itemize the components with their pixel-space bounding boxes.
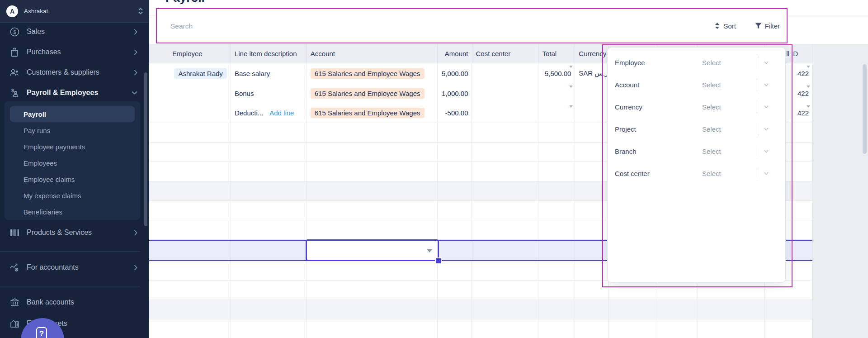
sidebar-subitem-beneficiaries[interactable]: Beneficiaries: [10, 204, 135, 220]
user-name: Ashrakat: [24, 8, 138, 14]
chevron-down-icon[interactable]: [763, 148, 769, 154]
fill-handle[interactable]: [435, 257, 442, 264]
sidebar-divider: [0, 251, 140, 252]
chevron-down-icon[interactable]: [763, 104, 769, 110]
filter-select[interactable]: Select: [702, 170, 721, 177]
employee-cell[interactable]: Ashrakat Rady: [149, 63, 231, 83]
account-switcher-chevrons-icon[interactable]: [138, 8, 143, 14]
account-cell[interactable]: 615 Salaries and Employee Wages: [307, 83, 438, 103]
amount-cell[interactable]: 1,000.00: [438, 83, 472, 103]
chevron-down-icon[interactable]: [763, 59, 769, 66]
description-cell[interactable]: Bonus: [231, 83, 307, 103]
chevron-down-icon[interactable]: [763, 170, 769, 176]
description-cell[interactable]: Base salary: [231, 63, 307, 83]
filter-select[interactable]: Select: [702, 125, 721, 133]
sidebar-item-label: Customers & suppliers: [27, 68, 99, 76]
add-line-link[interactable]: Add line: [269, 109, 294, 117]
column-header-line-item-description[interactable]: Line item description: [231, 44, 307, 63]
filter-row-employee: Employee Select: [608, 52, 785, 74]
description-cell[interactable]: Deducti...Add line: [231, 103, 307, 123]
sidebar-item-payroll-employees[interactable]: $ Payroll & Employees: [0, 84, 149, 102]
sort-icon: [714, 23, 720, 29]
building-icon: [9, 318, 20, 329]
dropdown-caret-icon[interactable]: [427, 249, 432, 252]
sidebar-item-fixed-assets[interactable]: Fixed assets: [0, 314, 149, 333]
cell-dropdown-caret[interactable]: [807, 66, 810, 68]
column-header-currency[interactable]: Currency: [575, 44, 609, 63]
account-chip[interactable]: 615 Salaries and Employee Wages: [311, 88, 425, 99]
cell-dropdown-caret[interactable]: [569, 66, 573, 68]
cost-center-cell[interactable]: [472, 63, 538, 83]
filter-panel: Employee Select Account Select Currency …: [607, 47, 786, 283]
sidebar-subitem-payroll[interactable]: Payroll: [10, 106, 135, 122]
divider: [757, 145, 757, 157]
column-header-total[interactable]: Total: [538, 44, 575, 63]
cell-dropdown-caret[interactable]: [807, 105, 810, 108]
sidebar-item-sales[interactable]: $ Sales: [0, 23, 149, 41]
filter-select[interactable]: Select: [702, 59, 721, 67]
employee-chip[interactable]: Ashrakat Rady: [174, 68, 226, 79]
cell-dropdown-caret[interactable]: [807, 86, 810, 88]
shopping-bag-icon: [9, 47, 20, 57]
chart-gear-icon: [9, 262, 20, 273]
amount-cell[interactable]: 5,000.00: [438, 63, 472, 83]
filter-select[interactable]: Select: [702, 103, 721, 111]
sidebar-subitem-employees[interactable]: Employees: [10, 155, 135, 171]
account-cell[interactable]: 615 Salaries and Employee Wages: [307, 63, 438, 83]
cell-dropdown-caret[interactable]: [569, 105, 573, 108]
avatar: A: [6, 5, 18, 17]
svg-text:$: $: [11, 88, 14, 93]
sidebar-item-bank-accounts[interactable]: Bank accounts: [0, 293, 149, 311]
payroll-submenu: Payroll Pay runs Employee payments Emplo…: [5, 101, 140, 220]
currency-cell[interactable]: SAR ر.س: [575, 63, 609, 83]
sidebar-item-customers-suppliers[interactable]: Customers & suppliers: [0, 63, 149, 81]
sidebar-item-products-services[interactable]: Products & Services: [0, 224, 149, 242]
sidebar-item-purchases[interactable]: Purchases: [0, 43, 149, 61]
sidebar: A Ashrakat $ Sales Purchases: [0, 0, 149, 338]
sort-button[interactable]: Sort: [714, 9, 736, 43]
filter-label: Project: [615, 125, 636, 133]
sidebar-subitem-employee-payments[interactable]: Employee payments: [10, 138, 135, 155]
account-chip[interactable]: 615 Salaries and Employee Wages: [311, 68, 425, 79]
sidebar-subitem-employee-claims[interactable]: Employee claims: [10, 171, 135, 187]
account-chip[interactable]: 615 Salaries and Employee Wages: [311, 108, 425, 118]
cell-dropdown-caret[interactable]: [569, 86, 573, 88]
sidebar-item-label: For accountants: [27, 263, 79, 271]
account-cell[interactable]: 615 Salaries and Employee Wages: [307, 103, 438, 123]
cost-center-cell[interactable]: [472, 103, 538, 123]
account-switcher[interactable]: A Ashrakat: [0, 0, 149, 23]
barcode-icon: [9, 227, 20, 238]
column-header-cost-center[interactable]: Cost center: [472, 44, 539, 63]
divider: [757, 123, 757, 135]
search-input[interactable]: [170, 19, 669, 33]
column-header-employee[interactable]: Employee: [149, 44, 231, 63]
amount-cell[interactable]: -500.00: [438, 103, 472, 123]
chevron-right-icon: [134, 70, 137, 76]
filter-label: Branch: [615, 148, 637, 155]
sidebar-item-for-accountants[interactable]: For accountants: [0, 258, 149, 276]
column-header-account[interactable]: Account: [307, 44, 438, 63]
filter-select[interactable]: Select: [702, 81, 721, 89]
filter-label: Employee: [615, 59, 645, 67]
filter-button[interactable]: Filter: [755, 9, 780, 43]
cost-center-cell[interactable]: [472, 83, 538, 103]
currency-cell[interactable]: [575, 103, 609, 123]
chevron-down-icon[interactable]: [763, 81, 769, 88]
column-header-amount[interactable]: Amount: [438, 44, 472, 63]
currency-cell[interactable]: [575, 83, 609, 103]
sidebar-scrollbar[interactable]: [144, 72, 147, 226]
content-gutter: [813, 44, 868, 338]
chevron-down-icon[interactable]: [763, 126, 769, 132]
chevron-down-icon: [132, 91, 137, 95]
filter-row-account: Account Select: [608, 74, 785, 96]
sidebar-subitem-my-expense-claims[interactable]: My expense claims: [10, 187, 135, 204]
employee-cell[interactable]: [149, 83, 231, 103]
sidebar-subitem-pay-runs[interactable]: Pay runs: [10, 122, 135, 138]
sidebar-item-label: Products & Services: [27, 229, 92, 237]
vertical-scrollbar[interactable]: [863, 64, 867, 154]
filter-select[interactable]: Select: [702, 148, 721, 155]
active-cell-editor[interactable]: [306, 239, 439, 261]
employee-cell[interactable]: [149, 103, 231, 123]
filter-row-cost-center: Cost center Select: [608, 162, 785, 185]
filter-label: Account: [615, 81, 639, 89]
